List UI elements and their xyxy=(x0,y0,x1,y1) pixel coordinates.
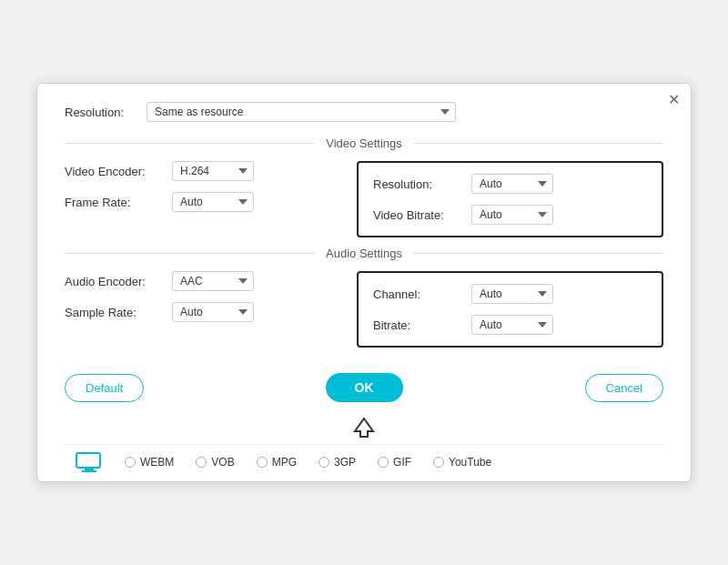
video-resolution-select[interactable]: Auto xyxy=(471,174,553,194)
settings-dialog: ✕ Resolution: Same as resource Video Set… xyxy=(36,83,692,482)
webm-radio[interactable] xyxy=(125,457,136,468)
webm-label: WEBM xyxy=(140,456,174,469)
video-resolution-label: Resolution: xyxy=(373,177,464,191)
frame-rate-label: Frame Rate: xyxy=(65,196,165,209)
3gp-label: 3GP xyxy=(334,456,356,469)
format-tv-icon[interactable] xyxy=(65,452,114,472)
top-resolution-label: Resolution: xyxy=(65,106,147,119)
svg-rect-1 xyxy=(76,453,100,468)
video-settings-area: Video Encoder: H.264 Frame Rate: Auto Re… xyxy=(65,161,663,237)
audio-divider-line-right xyxy=(413,253,663,254)
audio-divider-line-left xyxy=(65,253,315,254)
mpg-radio[interactable] xyxy=(257,457,268,468)
video-bitrate-row: Video Bitrate: Auto xyxy=(373,205,647,225)
audio-bitrate-label: Bitrate: xyxy=(373,318,464,332)
audio-settings-divider: Audio Settings xyxy=(65,247,663,260)
audio-settings-title: Audio Settings xyxy=(315,247,413,260)
divider-line-right xyxy=(413,143,663,144)
format-youtube[interactable]: YouTube xyxy=(422,456,502,469)
video-encoder-select[interactable]: H.264 xyxy=(172,161,254,181)
svg-rect-3 xyxy=(82,470,96,472)
sample-rate-select[interactable]: Auto xyxy=(172,302,254,322)
top-resolution-row: Resolution: Same as resource xyxy=(65,102,663,122)
video-settings-title: Video Settings xyxy=(315,136,413,150)
format-3gp[interactable]: 3GP xyxy=(308,456,367,469)
video-encoder-label: Video Encoder: xyxy=(65,165,165,178)
gif-label: GIF xyxy=(393,456,411,469)
cancel-button[interactable]: Cancel xyxy=(585,374,663,402)
format-bar: WEBM VOB MPG 3GP GIF YouTube xyxy=(65,444,663,481)
vob-radio[interactable] xyxy=(196,457,207,468)
video-encoder-row: Video Encoder: H.264 xyxy=(65,161,339,181)
frame-rate-select[interactable]: Auto xyxy=(172,192,254,212)
sample-rate-label: Sample Rate: xyxy=(65,306,165,319)
audio-encoder-select[interactable]: AAC xyxy=(172,271,254,291)
frame-rate-row: Frame Rate: Auto xyxy=(65,192,339,212)
right-video-panel: Resolution: Auto Video Bitrate: Auto xyxy=(357,161,663,237)
left-audio-panel: Audio Encoder: AAC Sample Rate: Auto xyxy=(65,271,339,348)
format-gif[interactable]: GIF xyxy=(367,456,422,469)
format-mpg[interactable]: MPG xyxy=(246,456,308,469)
mpg-label: MPG xyxy=(272,456,297,469)
gif-radio[interactable] xyxy=(378,457,389,468)
format-webm[interactable]: WEBM xyxy=(114,456,185,469)
audio-bitrate-select[interactable]: Auto xyxy=(471,315,553,335)
format-vob[interactable]: VOB xyxy=(185,456,245,469)
audio-settings-area: Audio Encoder: AAC Sample Rate: Auto Cha… xyxy=(65,271,663,348)
vob-label: VOB xyxy=(211,456,234,469)
close-button[interactable]: ✕ xyxy=(668,91,680,108)
video-settings-divider: Video Settings xyxy=(65,136,663,150)
right-audio-panel: Channel: Auto Bitrate: Auto xyxy=(357,271,663,348)
default-button[interactable]: Default xyxy=(65,374,144,402)
audio-encoder-label: Audio Encoder: xyxy=(65,275,165,288)
button-row: Default OK Cancel xyxy=(65,357,663,415)
sample-rate-row: Sample Rate: Auto xyxy=(65,302,339,322)
channel-label: Channel: xyxy=(373,288,464,301)
arrow-up-indicator xyxy=(65,415,663,440)
top-resolution-select[interactable]: Same as resource xyxy=(147,102,456,122)
3gp-radio[interactable] xyxy=(318,457,329,468)
svg-marker-0 xyxy=(355,419,373,437)
svg-rect-2 xyxy=(85,468,94,470)
audio-bitrate-row: Bitrate: Auto xyxy=(373,315,647,335)
audio-encoder-row: Audio Encoder: AAC xyxy=(65,271,339,291)
youtube-radio[interactable] xyxy=(433,457,444,468)
video-bitrate-label: Video Bitrate: xyxy=(373,208,464,222)
channel-row: Channel: Auto xyxy=(373,284,647,304)
youtube-label: YouTube xyxy=(449,456,491,469)
video-resolution-row: Resolution: Auto xyxy=(373,174,647,194)
left-video-panel: Video Encoder: H.264 Frame Rate: Auto xyxy=(65,161,339,237)
ok-button[interactable]: OK xyxy=(326,373,403,402)
channel-select[interactable]: Auto xyxy=(471,284,553,304)
video-bitrate-select[interactable]: Auto xyxy=(471,205,553,225)
divider-line-left xyxy=(65,143,315,144)
